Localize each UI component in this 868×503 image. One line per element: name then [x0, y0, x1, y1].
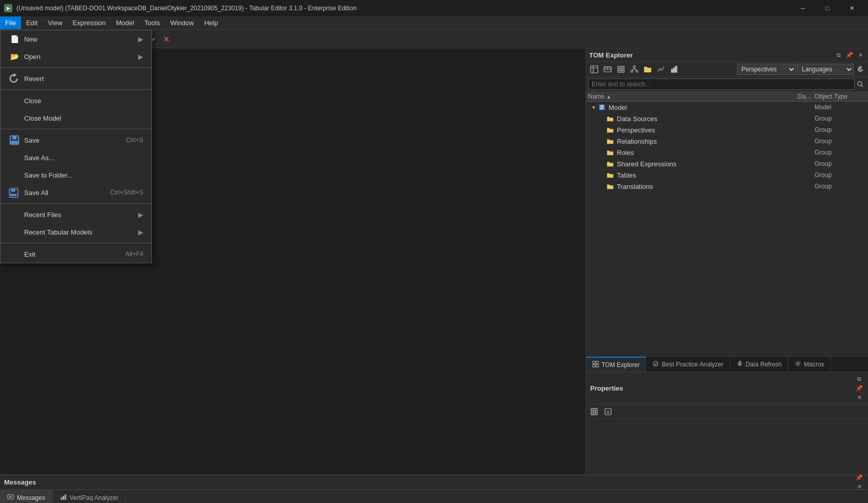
- svg-rect-1: [12, 136, 16, 140]
- menu-save-as[interactable]: Save As...: [1, 149, 152, 166]
- tab-best-practice[interactable]: Best Practice Analyzer: [646, 357, 730, 372]
- separator-4: [1, 203, 152, 204]
- svg-rect-29: [596, 364, 598, 367]
- tree-row-translations[interactable]: Translations Group: [586, 181, 868, 192]
- exit-icon: [9, 248, 20, 260]
- tab-macros[interactable]: Macros: [788, 357, 831, 372]
- tom-tool-kpi[interactable]: [655, 64, 667, 75]
- macros-tab-icon: [795, 360, 801, 369]
- tree-objtype-relationships: Group: [815, 138, 866, 145]
- messages-title: Messages: [4, 478, 36, 486]
- bottom-tab-bar: Messages VertiPaq Analyzer: [0, 490, 868, 503]
- properties-pin-btn[interactable]: 📌: [855, 383, 864, 393]
- open-submenu-arrow: ▶: [138, 53, 143, 61]
- menu-recent-tabular[interactable]: Recent Tabular Models ▶: [1, 223, 152, 241]
- col-da-header: Da...: [794, 93, 815, 100]
- revert-icon: [9, 73, 20, 84]
- tom-close-btn[interactable]: ✕: [856, 50, 865, 60]
- menu-save-to-folder[interactable]: Save to Folder...: [1, 166, 152, 184]
- tree-row-shared-expressions[interactable]: Shared Expressions Group: [586, 158, 868, 169]
- toolbar-cancel-btn[interactable]: [160, 32, 173, 46]
- tom-float-btn[interactable]: ⧉: [834, 50, 843, 60]
- menu-help[interactable]: Help: [199, 16, 223, 29]
- new-icon: 📄: [9, 33, 20, 45]
- tom-pin-btn[interactable]: 📌: [845, 50, 854, 60]
- close-button[interactable]: ✕: [840, 0, 864, 16]
- menu-view[interactable]: View: [43, 16, 67, 29]
- menu-bar: File Edit View Expression Model Tools Wi…: [0, 16, 868, 30]
- svg-point-31: [797, 362, 799, 364]
- menu-close[interactable]: Close: [1, 92, 152, 109]
- prop-grid-btn[interactable]: [588, 406, 600, 417]
- tree-label-tables: Tables: [617, 171, 794, 179]
- tree-row-relationships[interactable]: Relationships Group: [586, 136, 868, 147]
- svg-point-24: [858, 82, 862, 86]
- svg-rect-28: [593, 364, 595, 367]
- menu-recent-files[interactable]: Recent Files ▶: [1, 206, 152, 223]
- minimize-button[interactable]: ─: [791, 0, 815, 16]
- folder-icon-relationships: [606, 137, 615, 146]
- language-select[interactable]: Languages: [797, 64, 854, 75]
- tom-search-bar: [586, 77, 868, 92]
- properties-close-btn[interactable]: ✕: [855, 393, 864, 402]
- prop-sort-btn[interactable]: [602, 406, 614, 417]
- tom-refresh-btn[interactable]: [855, 64, 866, 75]
- tree-row-tables[interactable]: Tables Group: [586, 169, 868, 181]
- tom-explorer-title: TOM Explorer: [589, 51, 633, 59]
- folder-icon-perspectives: [606, 125, 615, 134]
- bottom-tab-vertipaq[interactable]: VertiPaq Analyzer: [53, 490, 126, 503]
- tom-tool-hierarchy[interactable]: [628, 64, 640, 75]
- menu-save[interactable]: Save Ctrl+S: [1, 131, 152, 149]
- recent-tabular-arrow: ▶: [138, 228, 143, 236]
- tab-macros-label: Macros: [804, 361, 824, 368]
- tree-label-relationships: Relationships: [617, 138, 794, 145]
- menu-expression[interactable]: Expression: [67, 16, 110, 29]
- tree-objtype-tables: Group: [815, 171, 866, 179]
- properties-header-controls: ⧉ 📌 ✕: [855, 374, 864, 402]
- menu-revert[interactable]: Revert: [1, 70, 152, 87]
- save-all-shortcut: Ctrl+Shift+S: [110, 189, 143, 196]
- tree-row-perspectives[interactable]: Perspectives Group: [586, 124, 868, 136]
- svg-rect-27: [596, 361, 598, 363]
- model-expand-arrow[interactable]: ▼: [590, 105, 597, 110]
- tree-row-datasources[interactable]: Data Sources Group: [586, 113, 868, 124]
- messages-area: Messages 📌 ✕ Messages VertiPaq Analyzer …: [0, 474, 868, 503]
- menu-model[interactable]: Model: [111, 16, 139, 29]
- menu-window[interactable]: Window: [165, 16, 199, 29]
- menu-close-model[interactable]: Close Model: [1, 109, 152, 127]
- properties-toolbar: [586, 404, 868, 419]
- menu-tools[interactable]: Tools: [139, 16, 165, 29]
- bottom-tab-messages[interactable]: Messages: [0, 490, 53, 503]
- tom-tool-bar[interactable]: [668, 64, 681, 75]
- tom-explorer-panel: TOM Explorer ⧉ 📌 ✕: [586, 48, 868, 474]
- tom-search-input[interactable]: [588, 79, 855, 90]
- menu-save-all[interactable]: Save All Ctrl+Shift+S: [1, 184, 152, 201]
- menu-save-to-folder-label: Save to Folder...: [24, 171, 143, 179]
- tab-data-refresh[interactable]: Data Refresh: [730, 357, 789, 372]
- menu-close-model-label: Close Model: [24, 114, 143, 122]
- menu-file[interactable]: File: [0, 16, 21, 29]
- tree-row-model[interactable]: ▼ Model Model: [586, 102, 868, 113]
- close-file-icon: [9, 95, 20, 106]
- menu-edit[interactable]: Edit: [21, 16, 43, 29]
- svg-rect-32: [591, 409, 597, 415]
- properties-float-btn[interactable]: ⧉: [855, 374, 864, 383]
- menu-new[interactable]: 📄 New ▶: [1, 30, 152, 48]
- tom-tool-folder[interactable]: [641, 64, 654, 75]
- menu-recent-files-label: Recent Files: [24, 211, 138, 219]
- tree-row-roles[interactable]: Roles Group: [586, 147, 868, 158]
- maximize-button[interactable]: □: [816, 0, 839, 16]
- tab-tom-explorer[interactable]: TOM Explorer: [586, 357, 646, 372]
- tom-tool-table[interactable]: [588, 64, 600, 75]
- tom-tool-column[interactable]: [615, 64, 627, 75]
- tree-objtype-datasources: Group: [815, 115, 866, 122]
- data-refresh-tab-icon: [737, 360, 743, 369]
- messages-pin-btn[interactable]: 📌: [855, 473, 864, 482]
- menu-open[interactable]: 📂 Open ▶: [1, 48, 152, 65]
- perspective-select[interactable]: Perspectives: [737, 64, 797, 75]
- svg-point-18: [633, 66, 635, 68]
- menu-save-as-label: Save As...: [24, 154, 143, 162]
- tom-tool-measure[interactable]: [601, 64, 614, 75]
- search-icon-btn[interactable]: [855, 79, 866, 90]
- menu-exit[interactable]: Exit Alt+F4: [1, 245, 152, 263]
